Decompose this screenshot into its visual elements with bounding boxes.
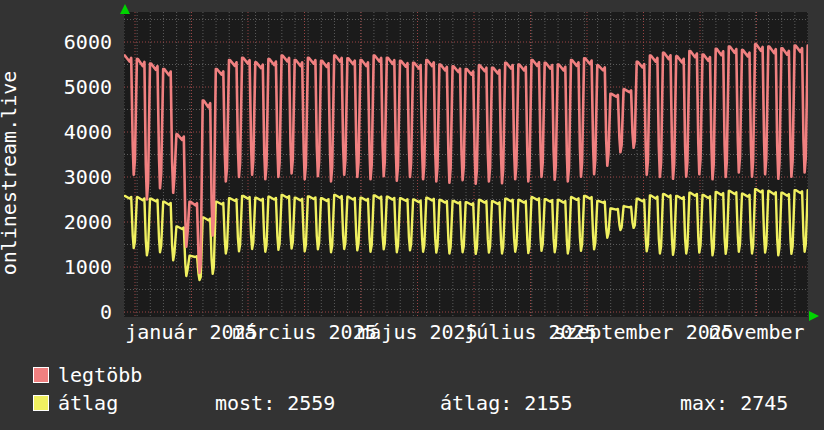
rrd-graph-page: onlinestream.live 0100020003000400050006… [0,0,824,430]
stat-item: átlag: 2155 [440,392,572,414]
y-tick-label: 2000 [0,211,112,233]
y-axis-arrow-icon [120,4,130,14]
y-tick-label: 4000 [0,121,112,143]
x-tick-label: november [708,321,804,343]
legend-label: átlag [58,392,118,414]
x-tick-label: szeptember 2025 [553,321,734,343]
y-tick-label: 3000 [0,166,112,188]
legend-item: átlag [33,391,118,415]
plot-area [124,12,808,317]
stat-item: most: 2559 [215,392,335,414]
y-tick-label: 6000 [0,31,112,53]
x-tick-label: május 2025 [357,321,477,343]
chart-canvas [124,12,808,317]
legend-swatch-icon [33,367,49,383]
y-tick-label: 0 [0,301,112,323]
stat-item: max: 2745 [680,392,788,414]
y-tick-label: 5000 [0,76,112,98]
x-axis-arrow-icon [809,311,819,321]
legend-label: legtöbb [58,364,142,386]
legend-swatch-icon [33,395,49,411]
y-tick-label: 1000 [0,256,112,278]
legend-item: legtöbb [33,363,142,387]
x-tick-label: március 2025 [232,321,377,343]
